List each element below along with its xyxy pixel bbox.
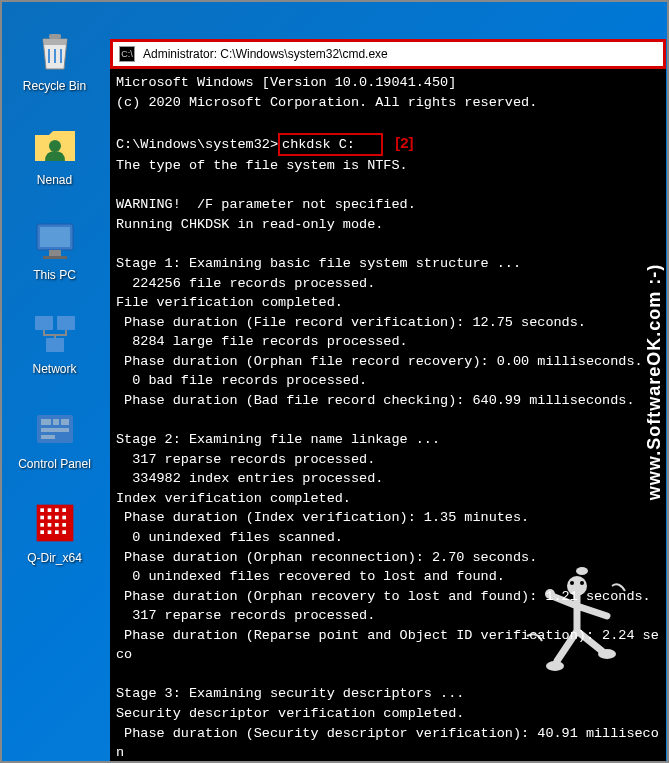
svg-rect-7: [57, 316, 75, 330]
annotation-2: [2]: [395, 134, 413, 151]
svg-rect-23: [62, 516, 66, 520]
icon-label: Q-Dir_x64: [27, 551, 82, 565]
svg-rect-28: [40, 530, 44, 534]
terminal-line: Stage 2: Examining file name linkage ...: [116, 430, 660, 450]
desktop-icon-this-pc[interactable]: This PC: [17, 216, 92, 282]
svg-rect-31: [62, 530, 66, 534]
svg-point-36: [546, 661, 564, 671]
svg-rect-30: [55, 530, 59, 534]
watermark-figure-icon: [517, 561, 637, 681]
svg-rect-10: [41, 419, 51, 425]
desktop-icon-control-panel[interactable]: Control Panel: [17, 405, 92, 471]
network-icon: [31, 310, 79, 358]
terminal-line: Phase duration (Orphan file record recov…: [116, 352, 660, 372]
svg-point-35: [545, 589, 555, 599]
icon-label: Nenad: [37, 173, 72, 187]
svg-rect-0: [49, 34, 61, 39]
svg-rect-4: [49, 250, 61, 256]
terminal-line: [116, 411, 660, 431]
terminal-line: Phase duration (Bad file record checking…: [116, 391, 660, 411]
command-highlight: chkdsk C:: [278, 133, 383, 157]
svg-rect-21: [47, 516, 51, 520]
terminal-line: Phase duration (File record verification…: [116, 313, 660, 333]
terminal-line: C:\Windows\system32>chkdsk C: [2]: [116, 132, 660, 157]
svg-rect-26: [55, 523, 59, 527]
icon-label: Control Panel: [18, 457, 91, 471]
terminal-line: (c) 2020 Microsoft Corporation. All righ…: [116, 93, 660, 113]
svg-rect-12: [61, 419, 69, 425]
svg-point-1: [49, 140, 61, 152]
terminal-line: Running CHKDSK in read-only mode.: [116, 215, 660, 235]
terminal-line: Stage 1: Examining basic file system str…: [116, 254, 660, 274]
svg-rect-22: [55, 516, 59, 520]
svg-rect-13: [41, 428, 69, 432]
terminal-line: 0 unindexed files scanned.: [116, 528, 660, 548]
terminal-line: Phase duration (Security descriptor veri…: [116, 724, 660, 763]
cmd-icon: C:\: [119, 46, 135, 62]
terminal-line: Stage 3: Examining security descriptors …: [116, 684, 660, 704]
title-bar[interactable]: C:\ Administrator: C:\Windows\system32\c…: [110, 39, 666, 69]
desktop-icon-user[interactable]: Nenad: [17, 121, 92, 187]
terminal-line: WARNING! /F parameter not specified.: [116, 195, 660, 215]
desktop-icon-network[interactable]: Network: [17, 310, 92, 376]
desktop-icons-column: Recycle Bin Nenad This PC Network Contro…: [17, 27, 97, 565]
terminal-line: [116, 235, 660, 255]
svg-rect-20: [40, 516, 44, 520]
recycle-bin-icon: [31, 27, 79, 75]
svg-point-37: [598, 649, 616, 659]
svg-point-38: [576, 567, 588, 575]
watermark-text: www.SoftwareOK.com :-): [644, 263, 665, 499]
svg-rect-17: [47, 508, 51, 512]
window-title: Administrator: C:\Windows\system32\cmd.e…: [143, 47, 388, 61]
svg-rect-24: [40, 523, 44, 527]
terminal-line: Phase duration (Index verification): 1.3…: [116, 508, 660, 528]
svg-rect-29: [47, 530, 51, 534]
terminal-line: Security descriptor verification complet…: [116, 704, 660, 724]
terminal-line: Index verification completed.: [116, 489, 660, 509]
desktop-icon-recycle-bin[interactable]: Recycle Bin: [17, 27, 92, 93]
terminal-line: File verification completed.: [116, 293, 660, 313]
terminal-line: 0 bad file records processed.: [116, 371, 660, 391]
svg-point-34: [580, 581, 584, 585]
terminal-line: [116, 176, 660, 196]
terminal-line: [116, 112, 660, 132]
svg-rect-16: [40, 508, 44, 512]
terminal-line: 8284 large file records processed.: [116, 332, 660, 352]
terminal-line: 334982 index entries processed.: [116, 469, 660, 489]
icon-label: This PC: [33, 268, 76, 282]
icon-label: Recycle Bin: [23, 79, 86, 93]
svg-point-33: [570, 581, 574, 585]
qdir-icon: [31, 499, 79, 547]
svg-rect-27: [62, 523, 66, 527]
svg-rect-3: [40, 227, 70, 247]
svg-rect-14: [41, 435, 55, 439]
terminal-line: 224256 file records processed.: [116, 274, 660, 294]
terminal-line: The type of the file system is NTFS.: [116, 156, 660, 176]
control-panel-icon: [31, 405, 79, 453]
svg-rect-18: [55, 508, 59, 512]
svg-rect-11: [53, 419, 59, 425]
terminal-line: 317 reparse records processed.: [116, 450, 660, 470]
svg-rect-19: [62, 508, 66, 512]
this-pc-icon: [31, 216, 79, 264]
svg-rect-6: [35, 316, 53, 330]
icon-label: Network: [32, 362, 76, 376]
user-folder-icon: [31, 121, 79, 169]
svg-rect-8: [46, 338, 64, 352]
desktop-icon-qdir[interactable]: Q-Dir_x64: [17, 499, 92, 565]
svg-rect-5: [43, 256, 67, 259]
terminal-line: Microsoft Windows [Version 10.0.19041.45…: [116, 73, 660, 93]
svg-rect-25: [47, 523, 51, 527]
prompt-path: C:\Windows\system32>: [116, 137, 278, 152]
